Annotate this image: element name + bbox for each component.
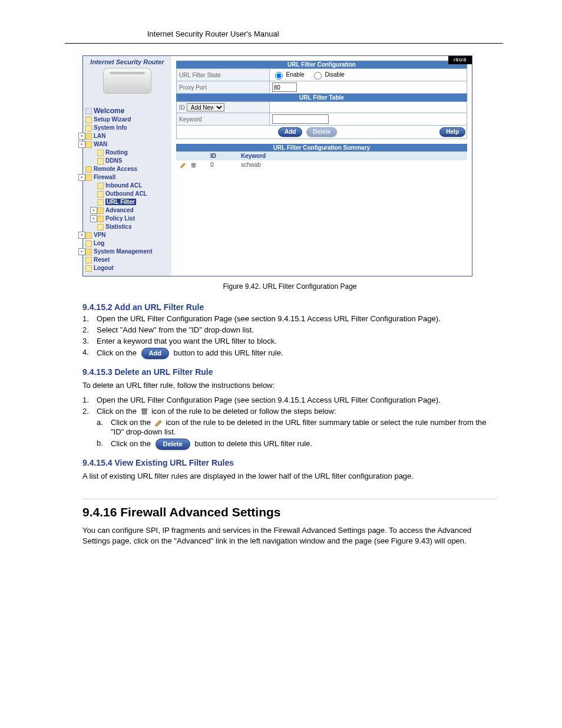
summary-title: URL Filter Configuration Summary <box>176 144 467 151</box>
summary-row-id: 0 <box>207 160 237 170</box>
sidebar-item-logout[interactable]: Logout <box>94 265 114 271</box>
inline-add-button: Add <box>141 348 169 359</box>
radio-disable[interactable] <box>314 72 322 80</box>
summary-row: 0 schwab <box>176 160 467 170</box>
sec16-step2a: Click on the <box>97 407 139 416</box>
help-button[interactable]: Help <box>439 127 465 137</box>
radio-enable[interactable] <box>275 72 283 80</box>
sec16-intro: To delete an URL filter rule, follow the… <box>82 380 497 391</box>
asus-logo: /SUS <box>448 56 472 64</box>
sec15-step1: Open the URL Filter Configuration Page (… <box>97 314 497 323</box>
sec16-sub-b1: Click on the <box>111 439 153 448</box>
sidebar-item-policy-list[interactable]: Policy List <box>105 215 135 222</box>
sidebar-item-log[interactable]: Log <box>94 240 104 246</box>
cfg-title: URL Filter Configuration <box>176 61 467 68</box>
inline-pencil-icon <box>154 419 163 427</box>
keyword-input[interactable] <box>272 114 329 124</box>
router-main-pane: /SUS URL Filter Configuration URL Filter… <box>171 56 472 276</box>
radio-enable-label: Enable <box>286 71 305 78</box>
page-header: Internet Security Router User's Manual <box>65 0 503 44</box>
sec15-step2: Select "Add New" from the "ID" drop-down… <box>97 325 497 334</box>
cfg-state-label: URL Filter State <box>177 69 270 81</box>
svg-rect-1 <box>191 163 196 164</box>
sidebar-item-wan[interactable]: WAN <box>94 141 107 147</box>
sec18-body: You can configure SPI, IP fragments and … <box>82 525 497 546</box>
sidebar-item-outbound-acl[interactable]: Outbound ACL <box>105 190 147 197</box>
sec15-step3: Enter a keyword that you want the URL fi… <box>97 337 497 345</box>
id-dropdown[interactable]: Add New <box>187 103 224 111</box>
table-title: URL Filter Table <box>176 94 467 101</box>
proxy-port-input[interactable] <box>272 83 297 92</box>
sidebar-welcome[interactable]: Welcome <box>94 107 124 115</box>
sidebar-item-system-management[interactable]: System Management <box>94 248 152 255</box>
svg-rect-6 <box>141 409 147 410</box>
trash-icon[interactable] <box>190 162 197 169</box>
sidebar-item-routing[interactable]: Routing <box>105 149 128 156</box>
sidebar-item-lan[interactable]: LAN <box>94 133 106 139</box>
section-9-4-16-title: 9.4.16 Firewall Advanced Settings <box>82 505 497 519</box>
sec15-step4a: Click on the <box>97 348 139 357</box>
router-image <box>103 68 151 94</box>
sec16-sub-a1: Click on the <box>111 418 153 427</box>
sec17-body: A list of existing URL filter rules are … <box>82 471 497 482</box>
sec16-step2b: icon of the rule to be deleted or follow… <box>151 407 336 416</box>
router-sidebar: Internet Security Router Welcome Setup W… <box>83 56 171 276</box>
summary-col-keyword: Keyword <box>237 151 467 160</box>
summary-row-kw: schwab <box>237 160 467 170</box>
inline-delete-button: Delete <box>156 439 190 450</box>
keyword-label: Keyword <box>177 113 270 126</box>
router-screenshot: Internet Security Router Welcome Setup W… <box>82 55 497 276</box>
sidebar-item-ddns[interactable]: DDNS <box>105 157 122 164</box>
pencil-icon[interactable] <box>180 162 186 169</box>
sec16-sub-b2: button to delete this URL filter rule. <box>194 439 312 448</box>
brand-title: Internet Security Router <box>83 58 171 65</box>
sec16-step1: Open the URL Filter Configuration Page (… <box>97 396 497 404</box>
sidebar-item-setup-wizard[interactable]: Setup Wizard <box>94 116 131 123</box>
radio-disable-label: Disable <box>325 71 345 78</box>
sidebar-item-reset[interactable]: Reset <box>94 256 110 263</box>
add-button[interactable]: Add <box>278 127 302 137</box>
sec15-step4b: button to add this URL filter rule. <box>174 348 283 357</box>
sidebar-item-vpn[interactable]: VPN <box>94 232 106 238</box>
delete-button: Delete <box>306 127 337 137</box>
inline-trash-icon <box>140 407 148 416</box>
sidebar-item-inbound-acl[interactable]: Inbound ACL <box>105 182 142 189</box>
sidebar-item-firewall[interactable]: Firewall <box>94 174 115 180</box>
sidebar-item-system-info[interactable]: System Info <box>94 124 127 131</box>
figure-caption: Figure 9.42. URL Filter Configuration Pa… <box>82 282 497 291</box>
summary-col-id: ID <box>207 151 237 160</box>
sidebar-item-remote-access[interactable]: Remote Access <box>94 166 137 172</box>
cfg-proxy-label: Proxy Port <box>177 81 270 94</box>
section-9-4-15-4-title: 9.4.15.4 View Existing URL Filter Rules <box>82 458 497 467</box>
sidebar-item-advanced[interactable]: Advanced <box>105 207 134 213</box>
section-9-4-15-3-title: 9.4.15.3 Delete an URL Filter Rule <box>82 367 497 377</box>
sidebar-item-statistics[interactable]: Statistics <box>105 223 131 230</box>
section-9-4-15-2-title: 9.4.15.2 Add an URL Filter Rule <box>82 302 497 312</box>
sidebar-item-url-filter[interactable]: URL Filter <box>105 199 136 205</box>
sec16-sub-a2: icon of the rule to be deleted in the UR… <box>111 418 487 436</box>
id-label: ID <box>179 104 185 111</box>
